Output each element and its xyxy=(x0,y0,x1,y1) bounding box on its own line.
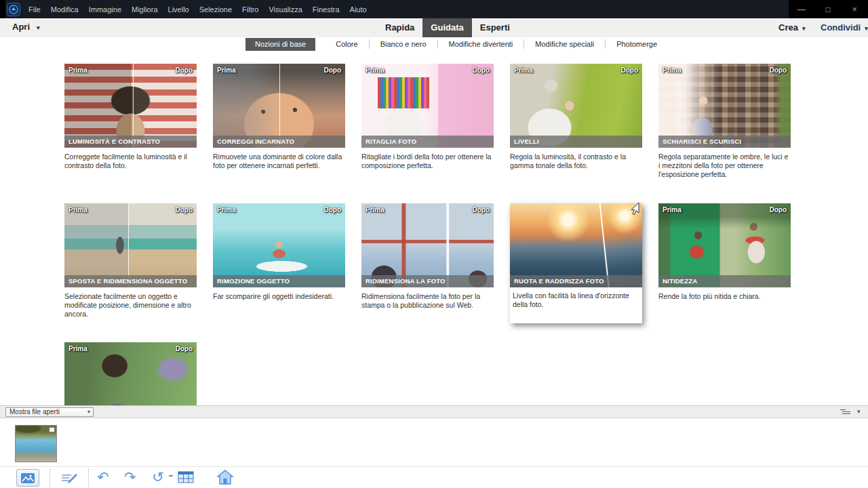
menu-filtro[interactable]: Filtro xyxy=(242,5,258,14)
card-title: LUMINOSITÀ E CONTRASTO xyxy=(64,136,197,148)
before-label: Prima xyxy=(217,66,236,74)
card-ruota-e-raddrizza-foto[interactable]: RUOTA E RADDRIZZA FOTO Livella con facil… xyxy=(510,203,642,323)
after-label: Dopo xyxy=(472,66,490,74)
before-label: Prima xyxy=(514,66,533,74)
redo-button[interactable]: ↷ xyxy=(124,470,136,484)
menu-aiuto[interactable]: Aiuto xyxy=(350,5,367,14)
card-thumbnail: Prima Dopo NITIDEZZA xyxy=(658,203,791,287)
photo-bin-bar: Mostra file aperti ▾ ▾ xyxy=(0,405,868,418)
menu-selezione[interactable]: Selezione xyxy=(199,5,232,14)
before-label: Prima xyxy=(366,66,384,74)
card-rimozione-oggetto[interactable]: Prima Dopo RIMOZIONE OGGETTO Far scompar… xyxy=(213,203,345,301)
after-label: Dopo xyxy=(769,206,787,214)
chevron-down-icon[interactable]: ▾ xyxy=(857,408,861,415)
create-label: Crea xyxy=(778,22,798,33)
maximize-button[interactable]: □ xyxy=(818,5,838,14)
card-ritaglia-foto[interactable]: Prima Dopo RITAGLIA FOTO Ritagliate i bo… xyxy=(361,64,494,170)
after-label: Dopo xyxy=(175,66,193,74)
card-description: Ritagliate i bordi della foto per ottene… xyxy=(361,152,492,170)
menu-items: File Modifica Immagine Migliora Livello … xyxy=(28,5,367,14)
before-label: Prima xyxy=(68,66,87,74)
tab-esperti[interactable]: Esperti xyxy=(472,18,518,37)
bin-options-icon[interactable] xyxy=(842,409,850,415)
card-title: RUOTA E RADDRIZZA FOTO xyxy=(510,275,642,287)
organizer-icon xyxy=(178,471,194,483)
card-description: Ridimensiona facilmente la foto per la s… xyxy=(361,292,492,310)
card-livelli[interactable]: Prima Dopo LIVELLI Regola la luminosità,… xyxy=(510,64,642,170)
card-description: Far scomparire gli oggetti indesiderati. xyxy=(213,292,343,301)
toolbar-separator xyxy=(50,469,50,487)
card-luminosita-e-contrasto[interactable]: Prima Dopo LUMINOSITÀ E CONTRASTO Correg… xyxy=(64,64,197,170)
organizer-button[interactable] xyxy=(178,471,194,483)
card-sposta-e-ridimensiona-oggetto[interactable]: Prima Dopo SPOSTA E RIDIMENSIONA OGGETTO… xyxy=(64,203,197,319)
minimize-button[interactable]: — xyxy=(791,5,812,14)
card-correggi-incarnato[interactable]: Prima Dopo CORREGGI INCARNATO Rimuovete … xyxy=(213,64,345,170)
card-ridimensiona-la-foto[interactable]: Prima Dopo RIDIMENSIONA LA FOTO Ridimens… xyxy=(361,203,494,310)
card-description: Rimuovete una dominante di colore dalla … xyxy=(213,152,343,170)
rotate-dropdown-icon[interactable] xyxy=(169,475,173,476)
card-thumbnail: Prima Dopo CORREGGI INCARNATO xyxy=(213,64,345,148)
thumbnail-badge-icon xyxy=(49,427,55,432)
top-tab-bar: Apri▾ Rapida Guidata Esperti Crea▾ Condi… xyxy=(0,18,868,37)
card-schiarisci-e-scurisci[interactable]: Prima Dopo SCHIARISCI E SCURISCI Regola … xyxy=(658,64,791,179)
show-open-files-dropdown[interactable]: Mostra file aperti ▾ xyxy=(5,407,94,417)
card-thumbnail: Prima Dopo LIVELLI xyxy=(510,64,642,148)
menu-modifica[interactable]: Modifica xyxy=(51,5,79,14)
home-button[interactable] xyxy=(217,470,233,485)
subtab-photomerge[interactable]: Photomerge xyxy=(605,39,668,49)
tool-options-button[interactable] xyxy=(60,471,79,485)
tab-guidata[interactable]: Guidata xyxy=(422,18,471,37)
share-button[interactable]: Condividi▾ xyxy=(821,22,868,33)
subtab-bianco-e-nero[interactable]: Bianco e nero xyxy=(369,39,437,49)
card-thumbnail: Prima Dopo SCHIARISCI E SCURISCI xyxy=(658,64,791,148)
card-title: RIMOZIONE OGGETTO xyxy=(213,275,345,287)
photoshop-elements-window: File Modifica Immagine Migliora Livello … xyxy=(0,0,868,488)
open-label: Apri xyxy=(12,22,30,32)
menu-finestra[interactable]: Finestra xyxy=(313,5,340,14)
chevron-down-icon: ▾ xyxy=(802,25,806,32)
chevron-down-icon: ▾ xyxy=(865,25,868,32)
card-nitidezza[interactable]: Prima Dopo NITIDEZZA Rende la foto più n… xyxy=(658,203,791,301)
subtab-colore[interactable]: Colore xyxy=(325,39,368,49)
card-description: Rende la foto più nitida e chiara. xyxy=(658,292,789,301)
open-button[interactable]: Apri▾ xyxy=(12,22,40,32)
card-title: RIDIMENSIONA LA FOTO xyxy=(361,275,494,287)
after-label: Dopo xyxy=(323,66,341,74)
menu-file[interactable]: File xyxy=(28,5,41,14)
menu-livello[interactable]: Livello xyxy=(168,5,189,14)
menu-visualizza[interactable]: Visualizza xyxy=(269,5,302,14)
card-thumbnail: RUOTA E RADDRIZZA FOTO xyxy=(510,203,642,287)
after-label: Dopo xyxy=(769,66,787,74)
subtab-modifiche-divertenti[interactable]: Modifiche divertenti xyxy=(437,39,524,49)
menu-immagine[interactable]: Immagine xyxy=(89,5,121,14)
card-thumbnail: Prima Dopo RIMOZIONE OGGETTO xyxy=(213,203,345,287)
create-button[interactable]: Crea▾ xyxy=(778,22,805,33)
card-title: CORREGGI INCARNATO xyxy=(213,136,345,148)
rotate-button[interactable]: ↺ xyxy=(152,470,164,484)
subtab-nozioni-di-base[interactable]: Nozioni di base xyxy=(245,38,315,51)
photo-bin-icon xyxy=(20,472,35,484)
card-title: SCHIARISCI E SCURISCI xyxy=(658,136,791,148)
open-file-thumbnail[interactable] xyxy=(15,425,57,462)
home-icon xyxy=(217,470,233,485)
card-title: NITIDEZZA xyxy=(658,275,791,287)
before-label: Prima xyxy=(663,66,682,74)
chevron-down-icon: ▾ xyxy=(87,408,90,416)
photo-bin-button[interactable] xyxy=(16,469,39,487)
bottom-toolbar: ↶ ↷ ↺ xyxy=(0,466,868,488)
after-label: Dopo xyxy=(472,206,490,214)
close-button[interactable]: × xyxy=(844,5,865,14)
undo-button[interactable]: ↶ xyxy=(97,470,109,484)
subtab-modifiche-speciali[interactable]: Modifiche speciali xyxy=(524,39,605,49)
card-title: RITAGLIA FOTO xyxy=(361,136,494,148)
menu-migliora[interactable]: Migliora xyxy=(132,5,158,14)
after-label: Dopo xyxy=(620,66,638,74)
card-description: Livella con facilità la linea d'orizzont… xyxy=(513,291,639,309)
redo-icon: ↷ xyxy=(124,470,136,484)
after-label: Dopo xyxy=(175,345,193,352)
after-label: Dopo xyxy=(323,206,341,214)
mouse-cursor xyxy=(631,202,640,216)
before-label: Prima xyxy=(663,206,682,214)
tab-rapida[interactable]: Rapida xyxy=(377,18,422,37)
window-controls: — □ × xyxy=(788,0,868,18)
